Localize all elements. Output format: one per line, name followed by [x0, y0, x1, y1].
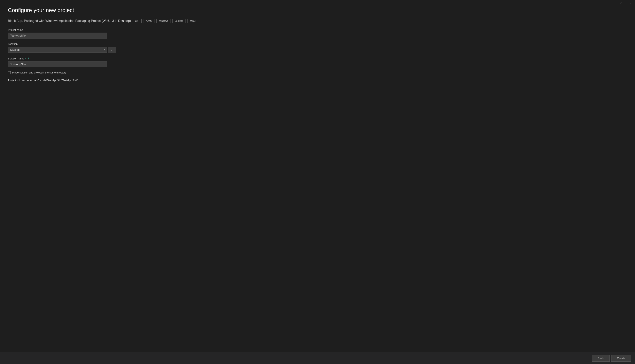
location-select-wrapper: C:\code\ ▼: [8, 47, 107, 53]
project-name-label: Project name: [8, 28, 627, 32]
tag-desktop: Desktop: [172, 19, 185, 23]
solution-name-label: Solution name i: [8, 57, 627, 60]
page-title: Configure your new project: [8, 7, 627, 14]
back-button[interactable]: Back: [592, 355, 610, 362]
create-button[interactable]: Create: [611, 355, 631, 362]
project-name-input[interactable]: [8, 32, 107, 38]
minimize-button[interactable]: −: [608, 0, 617, 6]
solution-name-input[interactable]: [8, 61, 107, 67]
location-select[interactable]: C:\code\: [8, 47, 107, 53]
bottom-bar: Back Create: [0, 352, 635, 364]
project-type-name: Blank App, Packaged with Windows Applica…: [8, 19, 131, 23]
tag-xaml: XAML: [144, 19, 154, 23]
tag-windows: Windows: [156, 19, 170, 23]
project-path-text: Project will be created in "C:\code\Test…: [8, 79, 627, 82]
info-icon: i: [26, 57, 29, 60]
title-bar: − □ ✕: [608, 0, 635, 6]
same-directory-checkbox[interactable]: [8, 71, 11, 74]
maximize-button[interactable]: □: [617, 0, 626, 6]
location-row: C:\code\ ▼ ...: [8, 46, 627, 53]
project-type-row: Blank App, Packaged with Windows Applica…: [8, 19, 627, 23]
close-button[interactable]: ✕: [626, 0, 635, 6]
main-content: Configure your new project Blank App, Pa…: [0, 0, 635, 352]
same-directory-row: Place solution and project in the same d…: [8, 71, 627, 74]
project-name-group: Project name: [8, 28, 627, 38]
browse-button[interactable]: ...: [108, 46, 116, 53]
location-group: Location C:\code\ ▼ ...: [8, 42, 627, 53]
same-directory-label[interactable]: Place solution and project in the same d…: [12, 71, 66, 74]
tag-cpp: C++: [133, 19, 142, 23]
solution-name-group: Solution name i: [8, 57, 627, 67]
tag-winui: WinUI: [187, 19, 198, 23]
location-label: Location: [8, 42, 627, 46]
